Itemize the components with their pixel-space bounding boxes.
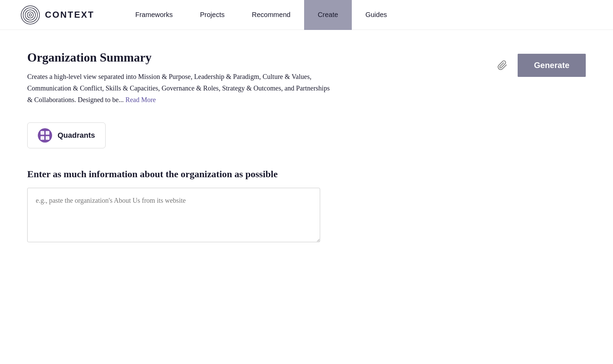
paperclip-icon	[497, 60, 507, 70]
svg-rect-8	[41, 136, 44, 140]
nav-item-guides[interactable]: Guides	[352, 0, 400, 30]
org-summary-description-text: Creates a high-level view separated into…	[27, 73, 330, 103]
generate-button[interactable]: Generate	[518, 54, 586, 77]
main-nav: Frameworks Projects Recommend Create Gui…	[122, 0, 400, 30]
svg-point-5	[38, 128, 52, 143]
org-summary-text-block: Organization Summary Creates a high-leve…	[27, 50, 334, 105]
logo-text: CONTEXT	[45, 10, 94, 20]
site-header: CONTEXT Frameworks Projects Recommend Cr…	[0, 0, 613, 30]
nav-item-frameworks[interactable]: Frameworks	[122, 0, 186, 30]
org-summary-title: Organization Summary	[27, 50, 334, 65]
quadrants-section: Quadrants	[27, 122, 586, 148]
quadrants-label: Quadrants	[58, 131, 95, 140]
nav-item-create[interactable]: Create	[304, 0, 352, 30]
org-summary-section: Organization Summary Creates a high-leve…	[27, 50, 586, 105]
svg-rect-6	[41, 131, 44, 135]
nav-item-recommend[interactable]: Recommend	[238, 0, 304, 30]
svg-point-3	[27, 12, 33, 18]
attach-button[interactable]	[497, 60, 507, 70]
quadrants-badge[interactable]: Quadrants	[27, 122, 106, 148]
read-more-link[interactable]: Read More	[125, 96, 156, 103]
svg-point-2	[25, 10, 35, 20]
svg-rect-7	[46, 131, 49, 135]
info-section: Enter as much information about the orga…	[27, 169, 586, 244]
org-info-textarea[interactable]	[27, 188, 320, 242]
nav-item-projects[interactable]: Projects	[186, 0, 238, 30]
svg-point-4	[29, 14, 32, 16]
svg-point-0	[21, 6, 40, 24]
right-actions: Generate	[497, 54, 586, 77]
logo-icon	[20, 5, 40, 25]
org-summary-description: Creates a high-level view separated into…	[27, 71, 334, 105]
logo[interactable]: CONTEXT	[20, 5, 94, 25]
quadrants-icon	[38, 128, 52, 143]
svg-rect-9	[46, 136, 49, 140]
main-content: Organization Summary Creates a high-leve…	[0, 30, 613, 264]
info-input-title: Enter as much information about the orga…	[27, 169, 586, 180]
